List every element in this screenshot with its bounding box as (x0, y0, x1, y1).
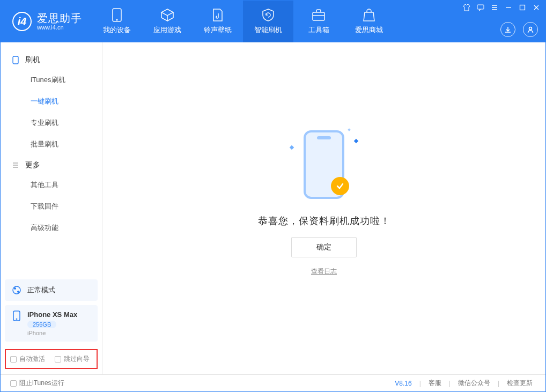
svg-point-8 (14, 288, 16, 290)
svg-point-11 (16, 319, 17, 320)
footer-link-update[interactable]: 检查更新 (504, 379, 536, 388)
svg-rect-2 (313, 12, 324, 20)
device-info-box[interactable]: iPhone XS Max 256GB iPhone (5, 305, 98, 342)
bag-icon (362, 8, 376, 22)
tab-label: 爱思商城 (355, 25, 383, 35)
svg-rect-5 (520, 5, 525, 10)
close-button[interactable] (533, 4, 540, 11)
svg-point-1 (116, 19, 117, 20)
svg-rect-4 (477, 5, 484, 9)
shield-refresh-icon (261, 8, 275, 22)
app-name: 爱思助手 (37, 12, 82, 24)
version-label: V8.16 (395, 380, 411, 387)
sidebar-item-oneclick-flash[interactable]: 一键刷机 (1, 91, 102, 112)
device-mode-box[interactable]: 正常模式 (5, 279, 98, 301)
music-file-icon (211, 8, 225, 22)
tab-label: 铃声壁纸 (204, 25, 232, 35)
device-icon (11, 310, 22, 321)
top-tabs: 我的设备 应用游戏 铃声壁纸 智能刷机 工具箱 爱思商城 (92, 1, 394, 42)
tab-ringtone-wallpaper[interactable]: 铃声壁纸 (193, 1, 243, 42)
success-illustration (284, 124, 364, 205)
svg-point-9 (18, 291, 19, 293)
svg-point-7 (13, 286, 20, 294)
tab-toolbox[interactable]: 工具箱 (293, 1, 344, 42)
sidebar: 刷机 iTunes刷机 一键刷机 专业刷机 批量刷机 更多 其他工具 下载固件 … (1, 42, 102, 374)
feedback-icon[interactable] (477, 4, 484, 11)
tab-label: 智能刷机 (254, 25, 282, 35)
checkbox-auto-activate[interactable]: 自动激活 (10, 354, 45, 364)
view-log-link[interactable]: 查看日志 (311, 267, 337, 276)
app-header: i4 爱思助手 www.i4.cn 我的设备 应用游戏 铃声壁纸 智能刷机 (1, 1, 545, 42)
section-label: 更多 (25, 160, 40, 170)
menu-icon[interactable] (491, 4, 498, 11)
sidebar-section-more: 更多 (1, 155, 102, 174)
main-content: 恭喜您，保资料刷机成功啦！ 确定 查看日志 (102, 42, 545, 374)
tab-label: 应用游戏 (153, 25, 181, 35)
briefcase-icon (312, 8, 326, 22)
device-capacity: 256GB (27, 321, 56, 328)
sidebar-item-batch-flash[interactable]: 批量刷机 (1, 134, 102, 155)
svg-rect-6 (13, 56, 18, 64)
window-controls (463, 4, 540, 11)
maximize-button[interactable] (519, 4, 526, 11)
sidebar-item-pro-flash[interactable]: 专业刷机 (1, 112, 102, 134)
footer: 阻止iTunes运行 V8.16 | 客服 | 微信公众号 | 检查更新 (1, 374, 545, 391)
tab-store[interactable]: 爱思商城 (344, 1, 394, 42)
tab-smart-flash[interactable]: 智能刷机 (243, 1, 293, 42)
user-button[interactable] (523, 22, 538, 37)
sidebar-item-advanced[interactable]: 高级功能 (1, 217, 102, 239)
svg-point-3 (529, 27, 532, 30)
tab-apps-games[interactable]: 应用游戏 (142, 1, 193, 42)
device-type: iPhone (27, 330, 77, 336)
sidebar-item-itunes-flash[interactable]: iTunes刷机 (1, 69, 102, 91)
device-name: iPhone XS Max (27, 310, 77, 319)
checkbox-block-itunes[interactable]: 阻止iTunes运行 (10, 379, 64, 388)
phone-icon (110, 8, 124, 22)
cube-icon (160, 8, 174, 22)
tab-label: 我的设备 (103, 25, 131, 35)
footer-link-wechat[interactable]: 微信公众号 (455, 379, 493, 388)
ok-button[interactable]: 确定 (291, 237, 357, 257)
tab-label: 工具箱 (308, 25, 329, 35)
header-right-buttons (500, 22, 538, 37)
mode-icon (11, 285, 22, 295)
logo-icon: i4 (12, 12, 32, 31)
sidebar-item-other-tools[interactable]: 其他工具 (1, 174, 102, 196)
app-logo: i4 爱思助手 www.i4.cn (1, 1, 92, 42)
app-url: www.i4.cn (37, 24, 82, 31)
mode-label: 正常模式 (27, 285, 55, 295)
tab-my-device[interactable]: 我的设备 (92, 1, 142, 42)
section-label: 刷机 (25, 55, 40, 65)
highlighted-checkbox-row: 自动激活 跳过向导 (5, 349, 98, 369)
shirt-icon[interactable] (463, 4, 470, 11)
minimize-button[interactable] (505, 4, 512, 11)
sidebar-item-download-firmware[interactable]: 下载固件 (1, 196, 102, 217)
success-message: 恭喜您，保资料刷机成功啦！ (258, 215, 390, 227)
footer-link-support[interactable]: 客服 (425, 379, 445, 388)
sidebar-section-flash: 刷机 (1, 50, 102, 69)
checkmark-badge-icon (331, 177, 349, 195)
download-button[interactable] (500, 22, 515, 37)
list-icon (11, 161, 20, 169)
phone-outline-icon (11, 56, 20, 64)
checkbox-skip-guide[interactable]: 跳过向导 (55, 354, 90, 364)
